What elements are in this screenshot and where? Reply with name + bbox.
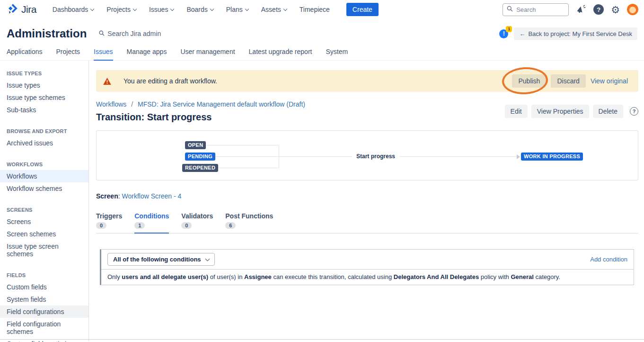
tab-post-functions[interactable]: Post Functions 6 [225,212,273,233]
post-functions-count-badge: 6 [225,222,236,229]
nav-item-assets[interactable]: Assets [261,6,287,13]
banner-actions: Publish Discard View original [512,74,628,88]
jira-logo[interactable]: Jira [7,3,36,17]
sidebar-heading: BROWSE AND EXPORT [0,126,88,137]
content-header: Workflows / MFSD: Jira Service Managemen… [96,100,638,123]
sidebar-item-system-fields[interactable]: System fields [0,293,88,306]
sidebar-item-archived-issues[interactable]: Archived issues [0,137,88,149]
chevron-down-icon [245,7,249,10]
sidebar-section-fields: FIELDS Custom fields System fields Field… [0,270,88,342]
tab-latest-upgrade-report[interactable]: Latest upgrade report [249,46,312,60]
nav-item-issues[interactable]: Issues [149,6,174,13]
validators-count-badge: 0 [181,222,192,229]
sidebar-item-screen-schemes[interactable]: Screen schemes [0,228,88,240]
status-lozenge-open: OPEN [185,141,206,149]
tab-projects[interactable]: Projects [56,46,80,60]
chevron-down-icon [283,7,287,10]
main-layout: ISSUE TYPES Issue types Issue type schem… [0,61,644,342]
view-original-link[interactable]: View original [591,77,628,85]
sidebar-item-issue-type-screen-schemes[interactable]: Issue type screen schemes [0,240,88,260]
sidebar-item-issue-type-schemes[interactable]: Issue type schemes [0,91,88,104]
transition-label: Start progress [352,153,399,160]
top-nav-right-cluster: Search ? ⚙ [503,3,638,16]
nav-item-dashboards[interactable]: Dashboards [53,6,94,13]
conditions-panel-header: All of the following conditions Add cond… [101,250,634,270]
nav-item-projects[interactable]: Projects [106,6,136,13]
discard-button[interactable]: Discard [551,74,585,88]
sidebar-item-custom-fields[interactable]: Custom fields [0,281,88,293]
delete-button[interactable]: Delete [593,105,623,118]
conditions-count-badge: 1 [134,222,145,229]
tab-conditions[interactable]: Conditions 1 [134,212,169,234]
tab-applications[interactable]: Applications [7,46,43,60]
sidebar-item-workflows[interactable]: Workflows [0,170,88,182]
transition-actions: Edit View Properties Delete ? [505,105,638,118]
tab-triggers[interactable]: Triggers 0 [96,212,122,233]
warning-icon [103,78,111,85]
create-button[interactable]: Create [346,3,379,16]
back-to-project-button[interactable]: ← Back to project: My First Service Desk [514,27,637,40]
tab-user-management[interactable]: User management [180,46,235,60]
search-icon [99,30,105,37]
notification-icon[interactable]: ! 1 [499,29,508,38]
sidebar-item-screens[interactable]: Screens [0,216,88,228]
sidebar-section-screens: SCREENS Screens Screen schemes Issue typ… [0,205,88,260]
workflow-screen-link[interactable]: Workflow Screen - 4 [122,192,181,200]
admin-header: Administration Search Jira admin ! 1 ← B… [0,19,644,46]
nav-item-timepiece[interactable]: Timepiece [300,6,330,13]
help-icon[interactable]: ? [630,107,638,116]
page-title: Administration [7,27,87,40]
search-icon [507,5,513,14]
tab-validators[interactable]: Validators 0 [181,212,213,233]
chevron-down-icon [133,7,137,10]
jira-logo-text: Jira [21,4,36,15]
tab-manage-apps[interactable]: Manage apps [127,46,167,60]
screen-line: Screen: Workflow Screen - 4 [96,192,638,200]
nav-item-boards[interactable]: Boards [186,6,213,13]
arrow-right-icon [517,154,520,159]
connector-line [200,145,279,145]
megaphone-icon[interactable] [576,4,586,15]
breadcrumb-title-block: Workflows / MFSD: Jira Service Managemen… [96,100,305,123]
sidebar-item-field-configurations[interactable]: Field configurations [0,306,88,318]
condition-description: Only users and all delegate user(s) of u… [101,270,634,285]
sidebar-item-custom-fields-optimizer[interactable]: Custom fields optimizer [0,338,88,342]
view-properties-button[interactable]: View Properties [531,105,589,118]
sidebar-item-workflow-schemes[interactable]: Workflow schemes [0,182,88,195]
breadcrumb-workflows-link[interactable]: Workflows [96,100,126,108]
connector-line [205,156,279,157]
search-placeholder: Search [516,6,536,13]
chevron-down-icon [90,7,94,10]
transition-tab-bar: Triggers 0 Conditions 1 Validators 0 Pos… [96,212,638,234]
gear-icon[interactable]: ⚙ [611,5,620,15]
transition-title: Transition: Start progress [96,112,305,123]
jira-logo-icon [7,3,18,17]
workflow-diagram: OPEN PENDING REOPENED Start progress WOR… [96,130,638,180]
tab-issues[interactable]: Issues [94,46,113,61]
tab-system[interactable]: System [326,46,348,60]
triggers-count-badge: 0 [96,222,106,229]
breadcrumb-workflow-draft-link[interactable]: MFSD: Jira Service Management default wo… [138,100,305,108]
sidebar-item-issue-types[interactable]: Issue types [0,79,88,91]
sidebar-section-issue-types: ISSUE TYPES Issue types Issue type schem… [0,68,88,116]
window-bottom-edge [0,339,644,340]
sidebar-item-field-configuration-schemes[interactable]: Field configuration schemes [0,318,88,338]
draft-workflow-banner: You are editing a draft workflow. Publis… [96,70,638,92]
admin-tab-bar: Applications Projects Issues Manage apps… [0,46,644,61]
top-navigation-bar: Jira Dashboards Projects Issues Boards P… [0,0,644,19]
help-icon[interactable]: ? [593,4,604,15]
admin-search-field[interactable]: Search Jira admin [99,30,161,37]
chevron-down-icon [205,256,210,261]
status-lozenge-work-in-progress: WORK IN PROGRESS [521,153,583,161]
sidebar-item-sub-tasks[interactable]: Sub-tasks [0,104,88,116]
avatar[interactable] [627,4,638,15]
edit-button[interactable]: Edit [505,105,528,118]
nav-item-plans[interactable]: Plans [226,6,248,13]
add-condition-link[interactable]: Add condition [590,256,627,263]
sidebar-heading: WORKFLOWS [0,159,88,170]
jira-admin-page: Jira Dashboards Projects Issues Boards P… [0,0,644,342]
sidebar-heading: ISSUE TYPES [0,68,88,79]
global-search-input[interactable]: Search [503,3,569,16]
conditions-operator-dropdown[interactable]: All of the following conditions [107,253,215,266]
publish-button[interactable]: Publish [512,74,546,88]
